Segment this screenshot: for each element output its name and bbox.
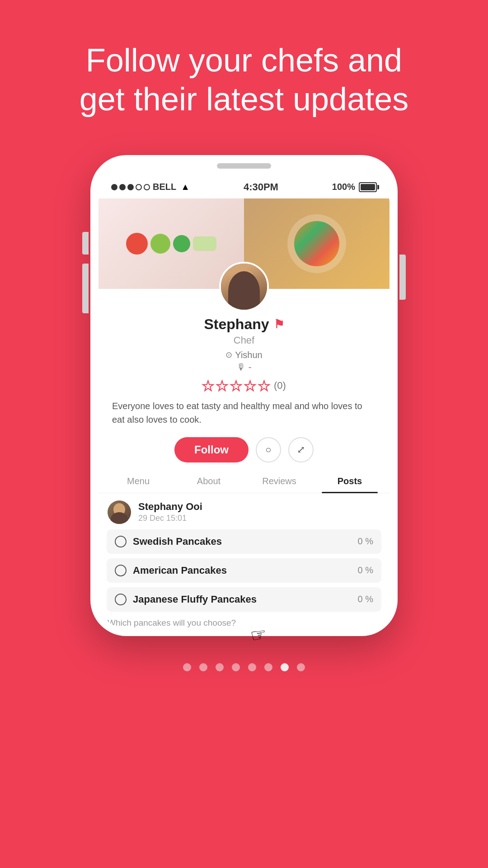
poll-item-1[interactable]: Swedish Pancakes 0 % <box>107 529 381 554</box>
page-dot-8[interactable] <box>297 663 305 671</box>
status-left: BELL ▲ <box>111 182 190 192</box>
volume-down-button <box>82 264 89 286</box>
poll-percent-1: 0 % <box>358 536 373 547</box>
radio-circle-3 <box>115 594 127 605</box>
status-bar: BELL ▲ 4:30PM 100% <box>99 176 389 198</box>
poll-label-1: Swedish Pancakes <box>133 536 352 547</box>
follow-button[interactable]: Follow <box>174 437 249 462</box>
poll-percent-2: 0 % <box>358 565 373 576</box>
message-button[interactable]: ○ <box>256 437 281 462</box>
phone-screen: BELL ▲ 4:30PM 100% <box>99 176 389 628</box>
review-count: (0) <box>274 380 286 392</box>
status-time: 4:30PM <box>244 181 278 193</box>
signal-dot-1 <box>111 184 117 190</box>
star-5: ★ <box>258 378 270 394</box>
chef-name: Stephany ⚑ <box>99 316 389 333</box>
page-dot-7[interactable] <box>281 663 289 671</box>
star-1: ★ <box>202 378 214 394</box>
food-bowl-fill <box>294 221 339 266</box>
tab-reviews[interactable]: Reviews <box>244 470 314 493</box>
carrier-label: BELL <box>153 182 176 192</box>
stars-row: ★ ★ ★ ★ ★ (0) <box>99 378 389 394</box>
post-author-row: Stephany Ooi 29 Dec 15:01 <box>99 493 389 529</box>
volume-up-button <box>82 232 89 255</box>
speaker-grill <box>217 163 271 169</box>
signal-dot-4 <box>136 184 142 190</box>
battery-fill <box>361 184 375 190</box>
food-bowl <box>287 214 346 273</box>
herb-icon <box>173 235 190 252</box>
chef-title: Chef <box>99 335 389 346</box>
battery-icon <box>359 182 377 192</box>
tab-posts[interactable]: Posts <box>314 470 385 493</box>
tab-posts-label: Posts <box>338 476 362 486</box>
page-dot-2[interactable] <box>199 663 207 671</box>
poll-label-2: American Pancakes <box>133 565 352 576</box>
poll-percent-3: 0 % <box>358 594 373 604</box>
profile-section: Stephany ⚑ Chef ⊙ Yishun 🎙 - ★ ★ ★ ★ <box>99 289 389 493</box>
mic-dash: - <box>249 362 252 373</box>
lime-icon <box>150 234 170 254</box>
phone-outer: BELL ▲ 4:30PM 100% <box>90 155 398 636</box>
location-icon: ⊙ <box>225 350 232 360</box>
tab-menu-label: Menu <box>127 476 150 486</box>
page-dot-6[interactable] <box>264 663 272 671</box>
tab-reviews-label: Reviews <box>262 476 296 486</box>
signal-bars <box>111 184 150 190</box>
poll-item-2[interactable]: American Pancakes 0 % <box>107 558 381 583</box>
page-dot-5[interactable] <box>248 663 256 671</box>
tab-about-label: About <box>197 476 221 486</box>
leaf-icon <box>193 236 216 251</box>
mic-icon: 🎙 <box>237 362 246 373</box>
avatar-image <box>221 264 267 310</box>
message-icon: ○ <box>265 444 271 456</box>
page-dot-1[interactable] <box>183 663 191 671</box>
page-dot-3[interactable] <box>216 663 224 671</box>
tomato-icon <box>126 233 148 255</box>
radio-circle-2 <box>115 565 127 576</box>
share-button[interactable]: ⤢ <box>288 437 314 462</box>
flag-icon: ⚑ <box>274 317 284 331</box>
author-avatar-body <box>111 512 128 524</box>
poll-item-3[interactable]: Japanese Fluffy Pancakes 0 % <box>107 587 381 612</box>
star-3: ★ <box>230 378 242 394</box>
battery-label: 100% <box>332 182 355 192</box>
poll-label-3: Japanese Fluffy Pancakes <box>133 594 352 605</box>
tabs-row: Menu About Reviews Posts <box>99 470 389 493</box>
signal-dot-3 <box>127 184 134 190</box>
wifi-icon: ▲ <box>181 182 190 192</box>
share-icon: ⤢ <box>297 444 305 456</box>
star-2: ★ <box>216 378 228 394</box>
bio-text: Everyone loves to eat tasty and healthy … <box>99 394 389 432</box>
avatar <box>219 262 269 311</box>
chef-name-text: Stephany <box>204 316 269 333</box>
post-date: 29 Dec 15:01 <box>138 514 202 523</box>
author-name: Stephany Ooi <box>138 501 202 513</box>
author-avatar <box>108 500 131 524</box>
radio-circle-1 <box>115 536 127 547</box>
poll-question: Which pancakes will you choose? <box>99 616 389 628</box>
star-4: ★ <box>244 378 256 394</box>
location-text: Yishun <box>235 350 262 360</box>
post-section: Stephany Ooi 29 Dec 15:01 Swedish Pancak… <box>99 493 389 628</box>
tab-menu[interactable]: Menu <box>103 470 174 493</box>
mic-row: 🎙 - <box>99 362 389 373</box>
author-info: Stephany Ooi 29 Dec 15:01 <box>138 501 202 523</box>
avatar-body <box>228 271 260 310</box>
location-row: ⊙ Yishun <box>99 350 389 360</box>
page-dots <box>183 663 305 671</box>
phone-mockup: BELL ▲ 4:30PM 100% <box>90 155 398 636</box>
signal-dot-2 <box>119 184 126 190</box>
page-dot-4[interactable] <box>232 663 240 671</box>
headline-text: Follow your chefs and get their latest u… <box>52 41 436 119</box>
signal-dot-5 <box>144 184 150 190</box>
status-right: 100% <box>332 182 377 192</box>
tab-about[interactable]: About <box>174 470 244 493</box>
action-buttons: Follow ○ ⤢ <box>99 432 389 470</box>
cover-photo <box>99 198 389 289</box>
